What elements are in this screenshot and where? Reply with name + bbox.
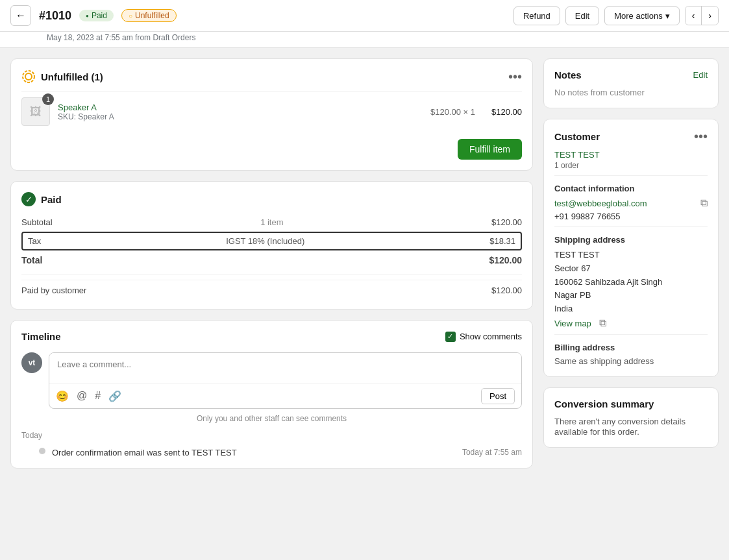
chevron-down-icon: ▾ xyxy=(665,11,670,21)
timeline-event-content: Order confirmation email was sent to TES… xyxy=(52,448,522,457)
customer-email[interactable]: test@webbeeglobal.com xyxy=(554,199,647,208)
shipping-address: TEST TEST Sector 67 160062 Sahibzada Aji… xyxy=(554,249,708,316)
timeline-card: Timeline ✓ Show comments vt 😊 @ # 🔗 xyxy=(10,320,533,469)
item-image-wrap: 🖼 1 xyxy=(21,97,50,126)
comment-input[interactable] xyxy=(49,353,521,382)
mention-icon[interactable]: @ xyxy=(77,390,87,402)
show-comments-label: Show comments xyxy=(460,332,522,341)
subtotal-amount: $120.00 xyxy=(491,217,522,227)
more-actions-button[interactable]: More actions ▾ xyxy=(604,6,679,25)
total-label: Total xyxy=(21,255,42,265)
billing-address-title: Billing address xyxy=(554,343,708,352)
fulfill-item-button[interactable]: Fulfill item xyxy=(458,139,522,160)
emoji-icon[interactable]: 😊 xyxy=(56,390,69,402)
tax-detail: IGST 18% (Included) xyxy=(226,236,304,246)
shipping-address-title: Shipping address xyxy=(554,235,708,245)
edit-button[interactable]: Edit xyxy=(565,6,599,25)
copy-email-icon[interactable]: ⧉ xyxy=(700,197,708,209)
customer-dots-button[interactable]: ••• xyxy=(694,130,708,143)
paid-icon: ✓ xyxy=(21,192,36,206)
notes-edit-link[interactable]: Edit xyxy=(693,70,708,80)
check-icon: ✓ xyxy=(25,195,32,204)
item-info: Speaker A SKU: Speaker A xyxy=(58,102,423,121)
comment-input-wrap: 😊 @ # 🔗 Post xyxy=(49,352,522,409)
top-bar: ← #1010 Paid Unfulfilled Refund Edit Mor… xyxy=(0,0,729,32)
svg-point-1 xyxy=(25,73,32,80)
paid-by-row: Paid by customer $120.00 xyxy=(21,280,522,298)
customer-name-link[interactable]: TEST TEST xyxy=(554,150,600,160)
nav-arrows: ‹ › xyxy=(685,6,719,25)
item-quantity-badge: 1 xyxy=(42,93,54,105)
tax-label: Tax xyxy=(28,236,41,246)
unfulfilled-card: Unfulfilled (1) ••• 🖼 1 Speaker A SKU: S… xyxy=(10,58,533,171)
item-name-link[interactable]: Speaker A xyxy=(58,103,97,112)
tax-row: Tax IGST 18% (Included) $18.31 xyxy=(21,232,522,250)
contact-info-title: Contact information xyxy=(554,184,708,193)
attachment-icon[interactable]: 🔗 xyxy=(108,390,121,402)
tax-amount: $18.31 xyxy=(489,236,515,246)
conversion-card: Conversion summary There aren't any conv… xyxy=(543,387,719,448)
notes-title: Notes xyxy=(554,69,582,80)
customer-title: Customer xyxy=(554,131,600,142)
avatar: vt xyxy=(21,352,42,373)
post-button[interactable]: Post xyxy=(481,388,515,404)
refund-button[interactable]: Refund xyxy=(513,6,560,25)
timeline-event-text: Order confirmation email was sent to TES… xyxy=(52,448,237,457)
customer-email-row: test@webbeeglobal.com ⧉ xyxy=(554,197,708,209)
paid-by-amount: $120.00 xyxy=(491,286,522,295)
view-map-link[interactable]: View map xyxy=(554,319,591,328)
comment-note: Only you and other staff can see comment… xyxy=(21,414,522,423)
shipping-country: India xyxy=(554,302,708,316)
back-button[interactable]: ← xyxy=(10,5,31,26)
timeline-today-label: Today xyxy=(21,431,42,440)
next-order-button[interactable]: › xyxy=(702,6,718,25)
no-notes-text: No notes from customer xyxy=(554,88,645,97)
timeline-event-time: Today at 7:55 am xyxy=(462,448,522,457)
comment-toolbar: 😊 @ # 🔗 Post xyxy=(49,383,521,408)
prev-order-button[interactable]: ‹ xyxy=(686,6,702,25)
shipping-line2: 160062 Sahibzada Ajit Singh xyxy=(554,276,708,289)
order-number: #1010 xyxy=(39,9,71,23)
timeline-dot xyxy=(39,448,45,454)
main-layout: Unfulfilled (1) ••• 🖼 1 Speaker A SKU: S… xyxy=(0,48,729,479)
paid-badge: Paid xyxy=(79,10,114,21)
image-placeholder-icon: 🖼 xyxy=(30,105,42,119)
item-sku: SKU: Speaker A xyxy=(58,112,423,121)
top-bar-actions: Refund Edit More actions ▾ ‹ › xyxy=(513,6,719,25)
total-row: Total $120.00 xyxy=(21,252,522,269)
paid-header: ✓ Paid xyxy=(21,192,522,206)
total-amount: $120.00 xyxy=(489,255,522,265)
unfulfilled-dots-button[interactable]: ••• xyxy=(508,70,522,83)
comment-box: vt 😊 @ # 🔗 Post xyxy=(21,352,522,409)
customer-card-header: Customer ••• xyxy=(554,130,708,143)
item-total: $120.00 xyxy=(483,107,522,117)
right-column: Notes Edit No notes from customer Custom… xyxy=(543,58,719,469)
item-unit-price: $120.00 × 1 xyxy=(430,107,475,117)
customer-phone: +91 99887 76655 xyxy=(554,212,708,221)
notes-card-header: Notes Edit xyxy=(554,69,708,80)
paid-by-label: Paid by customer xyxy=(21,286,86,295)
fulfill-btn-row: Fulfill item xyxy=(21,139,522,160)
order-item: 🖼 1 Speaker A SKU: Speaker A $120.00 × 1… xyxy=(21,91,522,131)
customer-card: Customer ••• TEST TEST 1 order Contact i… xyxy=(543,119,719,377)
hashtag-icon[interactable]: # xyxy=(95,390,101,402)
notes-card: Notes Edit No notes from customer xyxy=(543,58,719,108)
paid-card: ✓ Paid Subtotal 1 item $120.00 Tax IGST … xyxy=(10,181,533,310)
unfulfilled-icon xyxy=(21,69,36,84)
unfulfilled-title-row: Unfulfilled (1) xyxy=(21,69,103,84)
unfulfilled-badge: Unfulfilled xyxy=(121,9,177,22)
comment-icons: 😊 @ # 🔗 xyxy=(56,390,121,402)
paid-title: Paid xyxy=(41,194,62,205)
show-comments-checkbox[interactable]: ✓ xyxy=(445,332,456,342)
timeline-event: Order confirmation email was sent to TES… xyxy=(32,448,522,457)
conversion-text: There aren't any conversion details avai… xyxy=(554,417,686,437)
unfulfilled-title: Unfulfilled (1) xyxy=(41,71,103,82)
shipping-line3: Nagar PB xyxy=(554,289,708,302)
copy-address-icon[interactable]: ⧉ xyxy=(599,317,606,328)
show-comments-row[interactable]: ✓ Show comments xyxy=(445,332,522,342)
timeline-title: Timeline xyxy=(21,331,61,342)
left-column: Unfulfilled (1) ••• 🖼 1 Speaker A SKU: S… xyxy=(10,58,533,469)
unfulfilled-card-header: Unfulfilled (1) ••• xyxy=(21,69,522,84)
billing-same-as-shipping: Same as shipping address xyxy=(554,356,708,366)
conversion-title: Conversion summary xyxy=(554,398,654,409)
